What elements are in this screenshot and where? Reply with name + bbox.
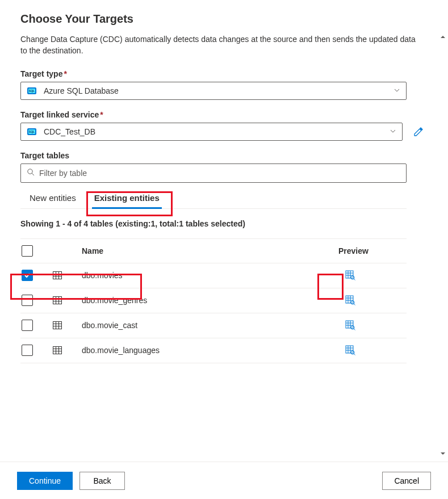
- chevron-down-icon: [393, 86, 400, 95]
- page-title: Choose Your Targets: [20, 12, 428, 26]
- row-checkbox[interactable]: [22, 295, 33, 306]
- azure-sql-icon: SQL: [27, 86, 37, 96]
- table-icon: [52, 345, 82, 355]
- svg-line-7: [32, 173, 34, 175]
- target-type-value: Azure SQL Database: [44, 86, 393, 95]
- svg-rect-8: [53, 272, 62, 279]
- select-all-checkbox[interactable]: [22, 245, 33, 257]
- svg-point-6: [28, 169, 32, 174]
- column-name: Name: [82, 246, 338, 255]
- back-button[interactable]: Back: [79, 472, 125, 490]
- table-icon: [52, 270, 82, 280]
- table-icon: [52, 320, 82, 330]
- tables-filter-input[interactable]: [39, 169, 400, 178]
- target-tables-label: Target tables: [20, 151, 428, 160]
- svg-point-42: [351, 326, 354, 329]
- tab-existing-entities[interactable]: Existing entities: [85, 187, 169, 208]
- svg-rect-37: [346, 321, 353, 328]
- svg-rect-49: [346, 346, 353, 353]
- table-row: dbo.movie_cast: [20, 313, 407, 338]
- table-row: dbo.movies: [20, 263, 407, 288]
- row-checkbox[interactable]: [22, 320, 33, 331]
- svg-line-55: [354, 354, 355, 355]
- target-type-dropdown[interactable]: SQL Azure SQL Database: [20, 82, 407, 100]
- svg-text:SQL: SQL: [29, 89, 35, 93]
- preview-button[interactable]: [345, 295, 407, 305]
- svg-text:SQL: SQL: [29, 130, 35, 133]
- row-checkbox[interactable]: [22, 270, 33, 281]
- svg-rect-32: [53, 322, 62, 329]
- search-icon: [27, 168, 35, 178]
- column-preview: Preview: [338, 246, 407, 255]
- svg-point-30: [351, 301, 354, 304]
- row-name: dbo.movie_cast: [82, 321, 338, 330]
- required-marker: *: [100, 110, 103, 119]
- svg-rect-13: [346, 271, 353, 278]
- svg-line-31: [354, 304, 355, 305]
- row-name: dbo.movie_genres: [82, 296, 338, 305]
- linked-service-dropdown[interactable]: SQL CDC_Test_DB: [20, 123, 403, 141]
- tables-list: Name Preview dbo.movies dbo.movie_genres…: [20, 238, 407, 363]
- svg-point-18: [351, 276, 354, 279]
- scrollbar-indicator: [441, 34, 445, 456]
- chevron-down-icon: [390, 127, 396, 136]
- svg-rect-20: [53, 297, 62, 304]
- row-name: dbo.movies: [82, 271, 338, 280]
- linked-service-value: CDC_Test_DB: [44, 127, 390, 136]
- cancel-button[interactable]: Cancel: [382, 472, 431, 490]
- svg-rect-44: [53, 347, 62, 354]
- scroll-down-arrow: [440, 451, 446, 456]
- preview-button[interactable]: [345, 320, 407, 330]
- svg-point-54: [351, 351, 354, 354]
- tab-new-entities[interactable]: New entities: [20, 187, 85, 208]
- row-name: dbo.movie_languages: [82, 346, 338, 355]
- preview-button[interactable]: [345, 270, 407, 280]
- svg-line-19: [354, 279, 355, 280]
- target-type-label: Target type*: [20, 69, 428, 78]
- required-marker: *: [64, 69, 66, 78]
- footer: Continue Back Cancel: [0, 462, 448, 499]
- table-icon: [52, 295, 82, 305]
- table-header: Name Preview: [20, 238, 407, 263]
- pencil-icon: [413, 127, 424, 137]
- scroll-up-arrow: [440, 34, 446, 40]
- tables-filter[interactable]: [20, 163, 407, 183]
- page-description: Change Data Capture (CDC) automatically …: [20, 33, 418, 57]
- table-count-summary: Showing 1 - 4 of 4 tables (existing:1, t…: [20, 219, 428, 228]
- table-row: dbo.movie_languages: [20, 338, 407, 363]
- svg-line-43: [354, 329, 355, 330]
- edit-linked-service-button[interactable]: [409, 123, 428, 141]
- azure-sql-icon: SQL: [27, 127, 37, 137]
- svg-rect-25: [346, 296, 353, 303]
- linked-service-label: Target linked service*: [20, 110, 428, 119]
- preview-button[interactable]: [345, 345, 407, 355]
- continue-button[interactable]: Continue: [17, 472, 73, 490]
- row-checkbox[interactable]: [22, 345, 33, 356]
- entity-tabs: New entities Existing entities: [20, 187, 407, 209]
- table-row: dbo.movie_genres: [20, 288, 407, 313]
